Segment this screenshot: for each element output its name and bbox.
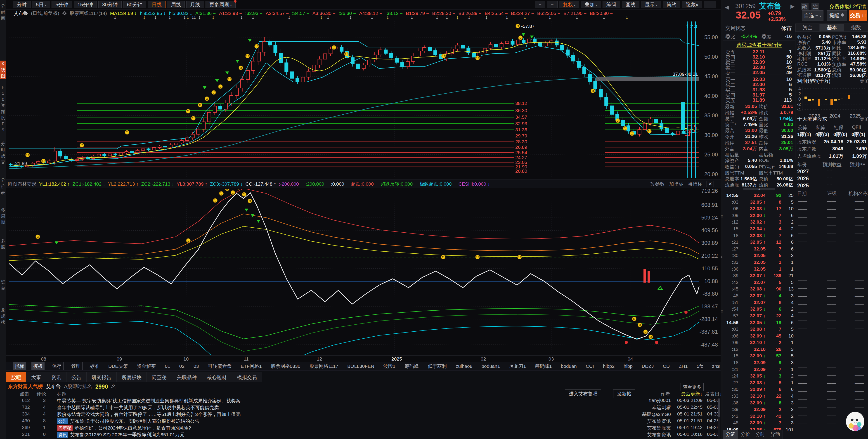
- indicator-tab-hlbp2[interactable]: hlbp2: [601, 363, 616, 370]
- column-header-posted[interactable]: 发表日↓: [705, 391, 722, 397]
- period-button-周线[interactable]: 周线: [167, 1, 185, 8]
- period-button-5分钟[interactable]: 5分钟: [52, 1, 72, 8]
- finance-tab-指数[interactable]: 指数: [844, 24, 868, 32]
- tool-button-−[interactable]: −: [547, 1, 558, 8]
- sidebar-item-分时图[interactable]: 分 时 图: [0, 3, 6, 22]
- sidebar-item-K线图[interactable]: K 线 图: [0, 61, 6, 79]
- indicator-tab-可转债看盘[interactable]: 可转债看盘: [206, 363, 233, 370]
- indicator-tab-boduan[interactable]: boduan: [559, 363, 579, 370]
- tool-button-叠加[interactable]: 叠加▾: [581, 1, 601, 8]
- holders-more-link[interactable]: 更多: [860, 116, 868, 122]
- post-title[interactable]: 中昊芯英—“数字安防集群”获工信部国家先进制造业集群典型创新成果推介案例。获奖案: [57, 398, 241, 404]
- indicator-tab-5fz[interactable]: 5fz: [695, 363, 705, 370]
- indicator-tab-DDZJ[interactable]: DDZJ: [640, 363, 656, 370]
- forum-tab-大事[interactable]: 大事: [26, 372, 46, 382]
- period-button-30分钟[interactable]: 30分钟: [98, 1, 121, 8]
- view-more-button[interactable]: 查看更多: [681, 383, 704, 391]
- tool-button-隐藏[interactable]: 隐藏»: [682, 1, 702, 8]
- tick-tab-分笔[interactable]: 分笔: [723, 430, 738, 439]
- tool-button-显示[interactable]: 显示▾: [641, 1, 661, 8]
- period-button-更多周期[interactable]: 更多周期▾: [206, 1, 236, 8]
- period-button-60分钟[interactable]: 60分钟: [123, 1, 146, 8]
- post-title[interactable]: 当年中芯国际从辅导到上市一共就用了70多天，所以说中昊芯英不可能借壳卖: [57, 404, 219, 411]
- forum-tab-资讯[interactable]: 资讯: [46, 372, 66, 382]
- indicator-tab-屠龙刀1[interactable]: 屠龙刀1: [507, 363, 528, 370]
- sub-action-加指标[interactable]: 加指标: [669, 181, 683, 187]
- finance-tab-资金[interactable]: 资金: [796, 24, 819, 32]
- forum-tab-模拟交易[interactable]: 模拟交易: [232, 372, 262, 382]
- post-author[interactable]: tianyj0001: [617, 398, 671, 403]
- indicator-tab-CCI[interactable]: CCI: [584, 363, 596, 370]
- tool-button-简约[interactable]: 简约: [663, 1, 680, 8]
- indicator-tab-CD[interactable]: CD: [661, 363, 672, 370]
- finance-tab-基本[interactable]: 基本: [819, 24, 844, 32]
- indicator-tab-boduan1[interactable]: boduan1: [479, 363, 502, 370]
- post-title[interactable]: 公告艾布鲁:关于公司控股股东、实际控制人部分股份被冻结的公告: [57, 418, 200, 424]
- next-stock-icon[interactable]: ▶: [790, 3, 795, 9]
- forum-tab-股吧[interactable]: 股吧: [6, 372, 26, 382]
- post-title[interactable]: 问董秘董秘你好，公司2024年保留意见审计，是否有st的风险?: [57, 425, 191, 431]
- sidebar-item-深度F9[interactable]: 深 度 F 9: [0, 108, 6, 133]
- gear-icon[interactable]: [62, 11, 66, 15]
- tool-button-+[interactable]: +: [535, 1, 545, 8]
- tabbar-overflow-icon[interactable]: »: [717, 363, 720, 369]
- sidebar-item-资金[interactable]: 资 金: [0, 279, 6, 291]
- period-button-15分钟[interactable]: 15分钟: [74, 1, 97, 8]
- post-author[interactable]: 幸运刺猬: [617, 404, 671, 411]
- indicator-tab-低于获利[interactable]: 低于获利: [426, 363, 448, 370]
- indicator-tab-BOLL30FEN[interactable]: BOLL30FEN: [345, 363, 376, 370]
- sidebar-item-多股[interactable]: 多 股: [0, 238, 6, 250]
- l2-trial-link[interactable]: 免费体验L2行情: [829, 3, 866, 10]
- indicator-tab-股票网格0830[interactable]: 股票网格0830: [269, 363, 302, 370]
- sidebar-item-分时成交[interactable]: 分 时 成 交: [0, 140, 6, 165]
- indicator-tab-波段1[interactable]: 波段1: [381, 363, 397, 370]
- sidebar-item-龙虎榜[interactable]: 龙 虎 榜: [0, 307, 6, 325]
- sub-action-改参数[interactable]: 改参数: [650, 181, 664, 187]
- indicator-tab-03[interactable]: 03: [192, 363, 200, 370]
- post-author[interactable]: 基民Qa3mG0: [617, 411, 671, 417]
- period-button-日线[interactable]: 日线: [148, 1, 165, 8]
- indicator-tab-资金解密[interactable]: 资金解密: [135, 363, 158, 370]
- period-button-分时[interactable]: 分时: [13, 1, 31, 8]
- tick-tab-分价[interactable]: 分价: [738, 430, 753, 439]
- forum-tab-问董秘[interactable]: 问董秘: [147, 372, 172, 382]
- trade-button[interactable]: 交易 ↓↑: [849, 10, 867, 21]
- indicator-tab-ZH1[interactable]: ZH1: [677, 363, 690, 370]
- sub-action-换指标[interactable]: 换指标: [688, 181, 702, 187]
- indicator-tab-hlbp[interactable]: hlbp: [622, 363, 634, 370]
- tool-button-fullscreen[interactable]: [704, 1, 716, 8]
- post-author[interactable]: 艾布鲁资讯: [617, 432, 671, 438]
- indicator-tab-筹码峰[interactable]: 筹码峰: [403, 363, 421, 370]
- tick-tab-异动[interactable]: 异动: [768, 430, 783, 439]
- collapse-panel-icon[interactable]: ◀: [725, 4, 729, 10]
- indicator-tab-筹码峰1[interactable]: 筹码峰1: [533, 363, 554, 370]
- indicator-tab-ETF网格1[interactable]: ETF网格1: [239, 363, 264, 370]
- l2-buy-link[interactable]: 购买L2查看十档行情: [736, 42, 782, 48]
- watchlist-button[interactable]: 自选 − ▾: [802, 10, 824, 21]
- indicator-tab-股票网格1117[interactable]: 股票网格1117: [308, 363, 340, 370]
- panel-splitter[interactable]: ⣿ ▸ ⣿: [721, 0, 723, 439]
- forum-tab-关联品种[interactable]: 关联品种: [172, 372, 202, 382]
- sidebar-item-多周期[interactable]: 多 周 期: [0, 207, 6, 225]
- indicator-tab-管理[interactable]: 管理: [69, 362, 83, 370]
- indicator-tab-02[interactable]: 02: [178, 363, 186, 370]
- forum-tab-研究报告[interactable]: 研究报告: [87, 372, 117, 382]
- profit-more-link[interactable]: 更多: [860, 78, 868, 84]
- alert-button[interactable]: 提醒: [827, 10, 847, 21]
- indicator-tab-zh2[interactable]: zh2: [710, 363, 722, 370]
- post-author[interactable]: 艾布鲁股友: [617, 425, 671, 431]
- tool-button-筹码[interactable]: 筹码: [602, 1, 620, 8]
- indicator-tab-zuihao8[interactable]: zuihao8: [454, 363, 474, 370]
- post-title[interactable]: 资讯艾布鲁(301259.SZ):2025年一季报净利润为851.01万元: [57, 432, 185, 438]
- column-header-updated[interactable]: 最后更新↓: [681, 391, 703, 397]
- post-author[interactable]: 艾布鲁资讯: [617, 418, 671, 424]
- assistant-avatar[interactable]: [846, 412, 864, 431]
- indicator-tab-01[interactable]: 01: [163, 363, 172, 370]
- tool-button-画线[interactable]: 画线: [622, 1, 640, 8]
- sidebar-item-分价表[interactable]: 分 价 表: [0, 177, 6, 195]
- indicator-tab-指标[interactable]: 指标: [13, 363, 26, 370]
- indicator-tab-保存[interactable]: 保存: [50, 362, 64, 370]
- indicator-tab-DDE决策[interactable]: DDE决策: [106, 363, 129, 370]
- indicator-tab-标准[interactable]: 标准: [88, 363, 101, 370]
- forum-tab-所属板块[interactable]: 所属板块: [117, 372, 147, 382]
